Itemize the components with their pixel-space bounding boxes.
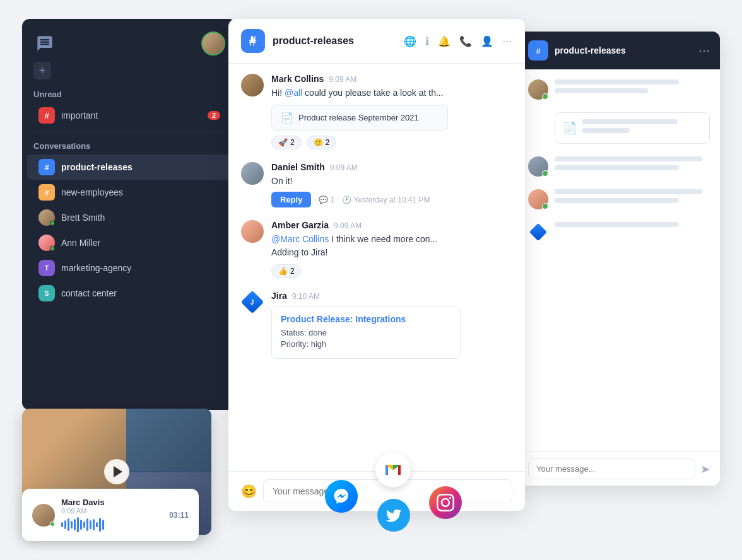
channel-brett-smith[interactable]: Brett Smith	[27, 205, 232, 230]
hash-icon	[247, 35, 259, 47]
mini-text-jira	[555, 222, 710, 231]
user-avatar[interactable]	[201, 32, 225, 55]
attachment-name: Product release September 2021	[298, 113, 419, 122]
send-icon[interactable]: ➤	[700, 462, 710, 476]
avatar-mark-collins	[241, 74, 264, 96]
globe-icon[interactable]: 🌐	[404, 35, 416, 47]
channel-name-marketing: marketing-agency	[61, 263, 220, 273]
wave-5	[74, 519, 76, 530]
gmail-icon[interactable]	[375, 452, 411, 487]
wave-9	[86, 518, 88, 531]
channel-new-employees[interactable]: # new-employees	[27, 180, 232, 205]
avatar-ann-miller	[38, 235, 55, 251]
chat-panel: product-releases 🌐 ℹ 🔔 📞 👤 ⋯ Mark Collin…	[228, 19, 525, 511]
mini-doc-box: 📄	[555, 112, 710, 144]
rocket-emoji: 🚀	[278, 138, 288, 147]
sidebar-separator	[33, 132, 225, 132]
voice-duration: 03:11	[169, 511, 189, 520]
twitter-svg	[385, 506, 403, 524]
mini-line-3b	[555, 198, 679, 203]
msg-header-jira: Jira 9:10 AM	[271, 291, 512, 301]
msg-header-mark: Mark Collins 9:09 AM	[271, 74, 512, 84]
play-icon	[114, 466, 122, 477]
wave-13	[99, 518, 101, 532]
gmail-svg	[383, 460, 403, 480]
channel-icon-contact: S	[38, 285, 55, 301]
attachment-product-release[interactable]: 📄 Product release September 2021	[271, 105, 448, 131]
chat-channel-name: product-releases	[273, 35, 354, 47]
msg-text-daniel: On it!	[271, 175, 512, 188]
thumbs-count: 2	[290, 267, 295, 276]
phone-icon[interactable]: 📞	[459, 35, 472, 47]
channel-contact-center[interactable]: S contact center	[27, 281, 232, 306]
message-amber-garzia: Amber Garzia 9:09 AM @Marc Collins I thi…	[241, 220, 512, 278]
mini-channel-name: product-releases	[555, 45, 626, 55]
reply-button[interactable]: Reply	[271, 192, 311, 207]
channel-icon-product-releases: #	[38, 159, 55, 175]
mini-input-area: ➤	[518, 452, 720, 486]
msg-content-amber: Amber Garzia 9:09 AM @Marc Collins I thi…	[271, 220, 512, 278]
reaction-smile[interactable]: 🙂 2	[307, 136, 337, 149]
mini-chat-panel: # product-releases ⋯ 📄	[518, 32, 720, 486]
mini-doc-icon: 📄	[563, 121, 577, 135]
mini-more-icon[interactable]: ⋯	[698, 44, 710, 57]
mini-jira-wrapper	[528, 222, 548, 242]
voice-info: Marc Davis 9:09 AM	[61, 498, 163, 532]
jira-card[interactable]: Product Release: Integrations Status: do…	[271, 306, 461, 359]
mini-messages: 📄	[518, 69, 720, 441]
msg-header-amber: Amber Garzia 9:09 AM	[271, 220, 512, 230]
wave-6	[77, 517, 79, 532]
twitter-icon[interactable]	[377, 499, 410, 532]
doc-icon: 📄	[281, 112, 293, 124]
message-daniel-smith: Daniel Smith 9:09 AM On it! Reply 💬 1 🕐 …	[241, 162, 512, 207]
reactions-amber: 👍 2	[271, 264, 512, 278]
sidebar: + Unread # important 2 Conversations # p…	[22, 19, 237, 410]
mini-jira-line	[555, 222, 679, 227]
reactions-mark: 🚀 2 🙂 2	[271, 136, 512, 149]
channel-marketing-agency[interactable]: T marketing-agency	[27, 255, 232, 281]
person-icon[interactable]: 👤	[481, 35, 493, 47]
avatar-amber-garzia	[241, 220, 264, 243]
msg-meta-daniel: Reply 💬 1 🕐 Yesterday at 10:41 PM	[271, 192, 512, 207]
channel-important[interactable]: # important 2	[27, 103, 232, 128]
more-icon[interactable]: ⋯	[502, 35, 512, 47]
voice-sender-name: Marc Davis	[61, 498, 163, 507]
add-button[interactable]: +	[33, 62, 51, 79]
voice-message-card: Marc Davis 9:09 AM 03:11	[22, 489, 199, 541]
emoji-picker-button[interactable]: 😊	[241, 484, 257, 499]
reaction-thumbs[interactable]: 👍 2	[271, 264, 302, 278]
mini-message-input[interactable]	[528, 458, 695, 479]
mini-line-1b	[555, 88, 648, 93]
reaction-rocket[interactable]: 🚀 2	[271, 136, 302, 149]
jira-priority: Priority: high	[281, 339, 451, 349]
main-container: + Unread # important 2 Conversations # p…	[0, 0, 742, 560]
sidebar-header	[22, 19, 237, 62]
mini-avatar-2	[528, 156, 548, 177]
messenger-icon[interactable]	[325, 480, 358, 513]
conversations-section-label: Conversations	[22, 136, 237, 155]
info-icon[interactable]: ℹ	[425, 35, 429, 47]
play-button[interactable]	[104, 459, 129, 484]
wave-11	[93, 519, 95, 530]
msg-text-amber: @Marc Collins I think we need more con..…	[271, 233, 512, 259]
mini-doc-lines	[582, 119, 702, 137]
mini-doc-line-1	[582, 119, 678, 124]
voice-avatar	[32, 504, 55, 527]
mini-avatar-1	[528, 79, 548, 100]
wave-3	[68, 518, 69, 531]
msg-content-jira: Jira 9:10 AM Product Release: Integratio…	[271, 291, 512, 359]
instagram-icon[interactable]	[429, 486, 462, 519]
notification-icon[interactable]: 🔔	[438, 35, 450, 47]
mini-msg-2	[528, 156, 710, 177]
avatar-daniel-smith	[241, 162, 264, 185]
smile-emoji: 🙂	[314, 138, 323, 147]
jira-letter: J	[250, 299, 254, 306]
mini-msg-jira	[528, 222, 710, 242]
msg-time-mark: 9:09 AM	[329, 75, 356, 84]
unread-section-label: Unread	[22, 85, 237, 103]
msg-time-amber: 9:09 AM	[334, 221, 362, 230]
channel-product-releases[interactable]: # product-releases	[27, 155, 232, 180]
channel-ann-miller[interactable]: Ann Miller	[27, 230, 232, 255]
rocket-count: 2	[290, 138, 295, 147]
channel-icon-new-employees: #	[38, 184, 55, 201]
